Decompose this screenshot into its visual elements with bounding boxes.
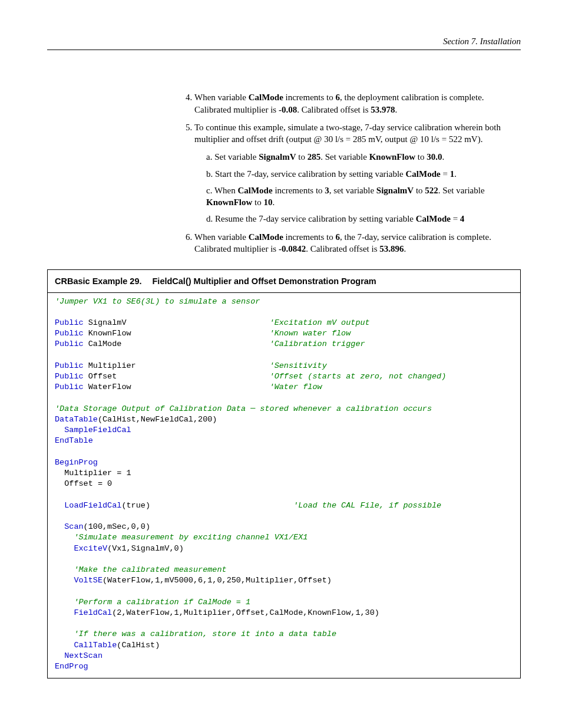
bold: CalMode xyxy=(406,169,441,179)
text: c. When xyxy=(206,186,237,195)
code-text: Offset = 0 xyxy=(55,479,112,488)
text: increments to xyxy=(283,232,336,242)
text: to xyxy=(296,152,308,162)
bold: CalMode xyxy=(416,214,451,223)
bold: CalMode xyxy=(249,232,283,242)
code-comment: 'Excitation mV output xyxy=(270,318,370,327)
code-keyword: Public xyxy=(55,361,84,370)
code-text: WaterFlow xyxy=(84,383,270,391)
code-keyword: ExciteV xyxy=(55,544,107,553)
code-comment: 'Offset (starts at zero, not changed) xyxy=(270,372,447,381)
text: When variable xyxy=(194,93,249,102)
text: When variable xyxy=(194,232,249,242)
text: . xyxy=(404,244,406,253)
bold: 6 xyxy=(336,93,340,102)
text: . Set variable xyxy=(438,186,485,195)
list-item-6: When variable CalMode increments to 6, t… xyxy=(194,231,521,255)
sub-list: a. Set variable SignalmV to 285. Set var… xyxy=(206,151,521,225)
code-keyword: Public xyxy=(55,383,84,391)
bold: 53.896 xyxy=(379,244,404,253)
bold: 30.0 xyxy=(427,152,442,162)
bold: KnownFlow xyxy=(206,197,252,207)
code-text: Multiplier xyxy=(84,361,270,370)
text: increments to xyxy=(283,93,336,102)
code-label: CRBasic Example 29. xyxy=(55,276,142,286)
bold: 6 xyxy=(336,232,340,242)
code-text: (2,WaterFlow,1,Multiplier,Offset,CalMode… xyxy=(112,608,379,617)
code-comment: 'Perform a calibration if CalMode = 1 xyxy=(55,598,250,607)
bold: -0.08 xyxy=(279,105,297,114)
code-comment: 'Calibration trigger xyxy=(270,340,365,348)
text: . Calibrated offset is xyxy=(297,105,371,114)
code-keyword: EndTable xyxy=(55,436,93,445)
code-example-box: CRBasic Example 29.FieldCal() Multiplier… xyxy=(47,269,521,678)
text: a. Set variable xyxy=(206,152,259,162)
code-text: Multiplier = 1 xyxy=(55,469,131,477)
code-comment: 'Water flow xyxy=(270,383,322,391)
code-keyword: VoltSE xyxy=(55,576,103,585)
instruction-list: When variable CalMode increments to 6, t… xyxy=(194,91,521,255)
code-keyword: Public xyxy=(55,372,84,381)
sub-item-b: b. Start the 7-day, service calibration … xyxy=(206,168,521,180)
code-keyword: DataTable xyxy=(55,415,98,424)
text: = xyxy=(451,214,460,223)
code-comment: 'Jumper VX1 to SE6(3L) to simulate a sen… xyxy=(55,297,260,306)
text: to xyxy=(415,152,427,162)
code-keyword: Public xyxy=(55,318,84,327)
bold: SignalmV xyxy=(376,186,414,195)
bold: 3 xyxy=(325,186,329,195)
text: . xyxy=(442,152,444,162)
code-keyword: EndProg xyxy=(55,662,88,671)
code-text: CalMode xyxy=(84,340,270,348)
text: To continue this example, simulate a two… xyxy=(194,123,501,144)
code-text: SignalmV xyxy=(84,318,270,327)
bold: KnownFlow xyxy=(369,152,415,162)
code-box-title: CRBasic Example 29.FieldCal() Multiplier… xyxy=(48,270,520,293)
code-comment: 'Sensitivity xyxy=(270,361,327,370)
code-keyword: NextScan xyxy=(55,651,103,660)
code-desc: FieldCal() Multiplier and Offset Demonst… xyxy=(153,276,376,286)
sub-item-d: d. Resume the 7-day service calibration … xyxy=(206,213,521,225)
bold: 10 xyxy=(264,197,273,207)
text: . Set variable xyxy=(320,152,369,162)
bold: CalMode xyxy=(237,186,272,195)
text: to xyxy=(414,186,425,195)
code-listing: 'Jumper VX1 to SE6(3L) to simulate a sen… xyxy=(48,293,520,678)
text: increments to xyxy=(273,186,325,195)
code-keyword: BeginProg xyxy=(55,458,98,467)
code-keyword: Scan xyxy=(55,522,84,531)
page-header: Section 7. Installation xyxy=(47,35,521,50)
code-keyword: Public xyxy=(55,329,84,338)
code-text: (CalHist,NewFieldCal,200) xyxy=(98,415,217,424)
bold: 4 xyxy=(460,214,465,223)
code-comment: 'Data Storage Output of Calibration Data… xyxy=(55,404,432,413)
code-keyword: CallTable xyxy=(55,641,117,650)
bold: -0.0842 xyxy=(279,244,306,253)
code-text: Offset xyxy=(84,372,270,381)
bold: 53.978 xyxy=(371,105,395,114)
sub-item-a: a. Set variable SignalmV to 285. Set var… xyxy=(206,151,521,163)
list-item-4: When variable CalMode increments to 6, t… xyxy=(194,91,521,116)
code-text: KnownFlow xyxy=(84,329,270,338)
text: . xyxy=(454,169,457,179)
text: d. Resume the 7-day service calibration … xyxy=(206,214,416,223)
text: , set variable xyxy=(329,186,376,195)
code-comment: 'Simulate measurement by exciting channe… xyxy=(55,533,308,542)
code-keyword: LoadFieldCal xyxy=(55,501,121,510)
code-text: (Vx1,SignalmV,0) xyxy=(107,544,184,553)
bold: SignalmV xyxy=(259,152,296,162)
code-text: (CalHist) xyxy=(117,641,160,650)
code-keyword: FieldCal xyxy=(55,608,112,617)
text: b. Start the 7-day, service calibration … xyxy=(206,169,406,179)
bold: CalMode xyxy=(249,93,283,102)
code-text: (true) xyxy=(121,501,293,510)
code-text: (100,mSec,0,0) xyxy=(84,522,150,531)
text: . Calibrated offset is xyxy=(306,244,379,253)
sub-item-c: c. When CalMode increments to 3, set var… xyxy=(206,185,521,209)
code-comment: 'Load the CAL File, if possible xyxy=(293,501,441,510)
text: to xyxy=(252,197,263,207)
bold: 522 xyxy=(425,186,438,195)
text: . xyxy=(273,197,275,207)
code-comment: 'Known water flow xyxy=(270,329,351,338)
bold: 285 xyxy=(308,152,321,162)
